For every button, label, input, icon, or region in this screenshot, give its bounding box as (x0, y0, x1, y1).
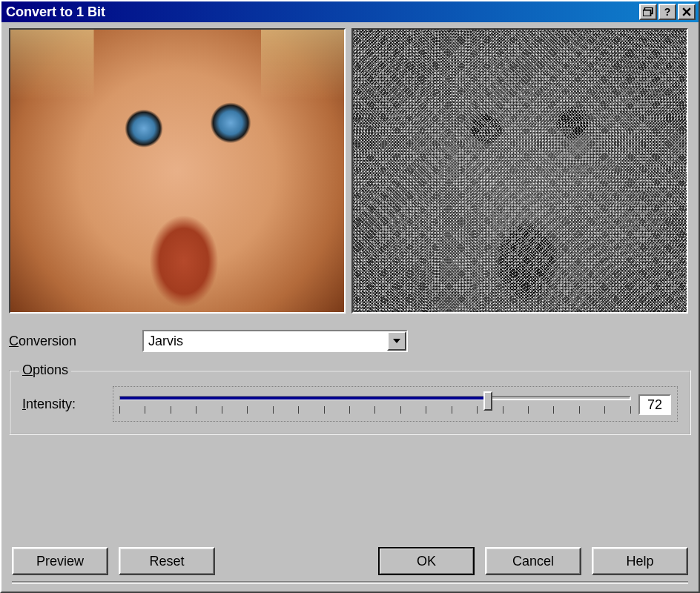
options-group-label: Options (19, 362, 71, 378)
original-preview (9, 28, 346, 314)
result-preview (351, 28, 688, 314)
divider (12, 581, 688, 584)
intensity-value[interactable]: 72 (638, 394, 671, 415)
window-title: Convert to 1 Bit (6, 4, 639, 20)
conversion-row: Conversion Jarvis (9, 330, 691, 352)
conversion-value: Jarvis (144, 331, 387, 351)
restore-icon[interactable] (639, 4, 657, 20)
conversion-label: Conversion (9, 334, 142, 349)
preview-panes (9, 28, 691, 314)
help-button[interactable]: Help (592, 547, 688, 575)
intensity-row: Intensity: 72 (22, 386, 678, 422)
slider-thumb[interactable] (483, 391, 492, 411)
titlebar-buttons: ? (639, 4, 696, 20)
preview-button[interactable]: Preview (12, 547, 108, 575)
intensity-control: 72 (113, 386, 678, 422)
close-icon[interactable] (678, 4, 696, 20)
conversion-combo[interactable]: Jarvis (142, 330, 408, 352)
dialog-window: Convert to 1 Bit ? Conversion Jarvis (0, 0, 700, 593)
chevron-down-icon[interactable] (387, 331, 406, 351)
slider-fill (120, 397, 489, 400)
cancel-button[interactable]: Cancel (485, 547, 581, 575)
button-bar: Preview Reset OK Cancel Help (9, 543, 691, 578)
slider-ticks (119, 406, 631, 415)
reset-button[interactable]: Reset (119, 547, 215, 575)
intensity-label: Intensity: (22, 397, 104, 412)
intensity-slider[interactable] (119, 391, 631, 418)
titlebar[interactable]: Convert to 1 Bit ? (1, 1, 699, 22)
options-group: Options Intensity: 72 (9, 370, 691, 435)
help-icon[interactable]: ? (658, 4, 676, 20)
ok-button[interactable]: OK (378, 547, 475, 575)
svg-rect-1 (643, 10, 651, 16)
